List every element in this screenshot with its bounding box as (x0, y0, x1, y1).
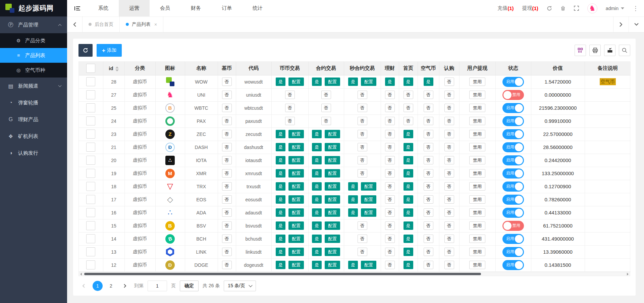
column-header-认购[interactable]: 认购 (439, 62, 459, 75)
coin-trade-yes-badge[interactable]: 是 (276, 208, 285, 217)
second-contract-trade-no-badge[interactable]: 否 (358, 235, 367, 243)
base-coin-no-badge[interactable]: 否 (222, 248, 232, 256)
row-checkbox[interactable] (86, 116, 95, 125)
sidebar-item[interactable]: G理财产品 (0, 111, 67, 128)
base-coin-no-badge[interactable]: 否 (222, 235, 232, 243)
user-withdraw-badge[interactable]: 禁用 (469, 91, 485, 99)
second-contract-trade-no-badge[interactable]: 否 (358, 91, 367, 99)
column-header-分类[interactable]: 分类 (124, 62, 155, 75)
fullscreen-icon[interactable] (574, 6, 579, 11)
contract-trade-config-button[interactable]: 配置 (325, 208, 340, 217)
prev-page-button[interactable] (78, 281, 89, 291)
finance-no-badge[interactable]: 否 (385, 208, 395, 217)
contract-trade-config-button[interactable]: 配置 (325, 221, 340, 230)
user-withdraw-badge[interactable]: 禁用 (469, 143, 485, 151)
air-coin-no-badge[interactable]: 否 (424, 182, 433, 191)
search-button[interactable] (619, 45, 630, 56)
homepage-no-badge[interactable]: 否 (404, 117, 413, 125)
second-contract-trade-yes-badge[interactable]: 是 (348, 78, 358, 86)
status-toggle[interactable]: 启用 (502, 260, 524, 270)
homepage-yes-badge[interactable]: 是 (404, 78, 413, 86)
column-header-id[interactable]: id (103, 62, 124, 75)
second-contract-trade-yes-badge[interactable]: 是 (348, 208, 358, 217)
base-coin-no-badge[interactable]: 否 (222, 130, 232, 138)
top-nav-item[interactable]: 订单 (211, 0, 242, 16)
user-withdraw-badge[interactable]: 禁用 (469, 130, 485, 138)
sort-icon[interactable] (115, 66, 119, 71)
contract-trade-yes-badge[interactable]: 是 (312, 195, 322, 204)
second-contract-trade-no-badge[interactable]: 否 (358, 248, 367, 256)
top-nav-item[interactable]: 统计 (242, 0, 273, 16)
contract-trade-yes-badge[interactable]: 是 (312, 169, 322, 178)
top-nav-item[interactable]: 财务 (180, 0, 211, 16)
select-all-checkbox[interactable] (86, 64, 95, 73)
contract-trade-yes-badge[interactable]: 是 (312, 143, 322, 151)
status-toggle[interactable]: 启用 (502, 77, 524, 87)
homepage-yes-badge[interactable]: 是 (404, 156, 413, 164)
column-header-基币[interactable]: 基币 (218, 62, 236, 75)
air-coin-no-badge[interactable]: 否 (424, 169, 433, 178)
sidebar-item[interactable]: Ⓟ产品管理 (0, 16, 67, 33)
status-toggle[interactable]: 启用 (502, 195, 524, 205)
air-coin-no-badge[interactable]: 否 (424, 195, 433, 204)
contract-trade-yes-badge[interactable]: 是 (312, 235, 322, 243)
contract-trade-yes-badge[interactable]: 是 (312, 130, 322, 138)
scroll-left-arrow-icon[interactable] (80, 273, 82, 275)
user-withdraw-badge[interactable]: 禁用 (469, 182, 485, 191)
status-toggle[interactable]: 启用 (502, 208, 524, 218)
finance-yes-badge[interactable]: 是 (385, 78, 395, 86)
status-toggle[interactable]: 启用 (502, 234, 524, 244)
subscribe-no-badge[interactable]: 否 (444, 117, 454, 125)
row-checkbox[interactable] (86, 130, 95, 139)
coin-trade-no-badge[interactable]: 否 (285, 104, 295, 112)
contract-trade-config-button[interactable]: 配置 (325, 248, 340, 256)
contract-trade-yes-badge[interactable]: 是 (312, 248, 322, 256)
second-contract-trade-yes-badge[interactable]: 是 (348, 261, 358, 269)
subscribe-no-badge[interactable]: 否 (444, 235, 454, 243)
coin-trade-config-button[interactable]: 配置 (288, 195, 304, 204)
air-coin-no-badge[interactable]: 否 (424, 156, 433, 164)
contract-trade-config-button[interactable]: 配置 (325, 261, 340, 269)
subscribe-no-badge[interactable]: 否 (444, 195, 454, 204)
user-withdraw-badge[interactable]: 禁用 (469, 208, 485, 217)
user-withdraw-badge[interactable]: 禁用 (469, 78, 485, 86)
user-withdraw-badge[interactable]: 禁用 (469, 235, 485, 243)
goto-page-input[interactable] (148, 281, 167, 291)
tabs-menu-button[interactable] (629, 16, 644, 32)
coin-trade-config-button[interactable]: 配置 (288, 261, 304, 269)
coin-trade-config-button[interactable]: 配置 (288, 143, 304, 151)
coin-trade-yes-badge[interactable]: 是 (276, 130, 285, 138)
coin-trade-config-button[interactable]: 配置 (288, 78, 304, 86)
contract-trade-config-button[interactable]: 配置 (325, 143, 340, 151)
status-toggle[interactable]: 启用 (502, 168, 524, 179)
subscribe-no-badge[interactable]: 否 (444, 156, 454, 164)
user-withdraw-badge[interactable]: 禁用 (469, 117, 485, 125)
column-header-币币交易[interactable]: 币币交易 (271, 62, 308, 75)
coin-trade-yes-badge[interactable]: 是 (276, 195, 285, 204)
user-avatar[interactable]: ♞ (587, 3, 597, 13)
sidebar-collapse-button[interactable] (67, 0, 88, 16)
tab-后台首页[interactable]: 后台首页 (83, 16, 120, 32)
sidebar-item[interactable]: ◑认购发行 (0, 145, 67, 161)
base-coin-no-badge[interactable]: 否 (222, 182, 232, 191)
row-checkbox[interactable] (86, 182, 95, 191)
tab-产品列表[interactable]: 产品列表× (120, 16, 163, 32)
homepage-yes-badge[interactable]: 是 (404, 169, 413, 178)
second-contract-trade-config-button[interactable]: 配置 (361, 261, 376, 269)
row-checkbox[interactable] (86, 143, 95, 152)
contract-trade-yes-badge[interactable]: 是 (312, 156, 322, 164)
homepage-yes-badge[interactable]: 是 (404, 248, 413, 256)
finance-no-badge[interactable]: 否 (385, 169, 395, 178)
second-contract-trade-config-button[interactable]: 配置 (361, 195, 376, 204)
top-nav-item[interactable]: 会员 (150, 0, 180, 16)
base-coin-no-badge[interactable]: 否 (222, 169, 232, 178)
sidebar-item[interactable]: ◔弹窗轮播 (0, 94, 67, 111)
air-coin-no-badge[interactable]: 否 (424, 208, 433, 217)
air-coin-no-badge[interactable]: 否 (424, 143, 433, 151)
second-contract-trade-no-badge[interactable]: 否 (358, 169, 367, 178)
contract-trade-yes-badge[interactable]: 是 (312, 221, 322, 230)
user-withdraw-badge[interactable]: 禁用 (469, 195, 485, 204)
top-nav-item[interactable]: 系统 (88, 0, 119, 16)
coin-trade-config-button[interactable]: 配置 (288, 130, 304, 138)
coin-trade-yes-badge[interactable]: 是 (276, 156, 285, 164)
